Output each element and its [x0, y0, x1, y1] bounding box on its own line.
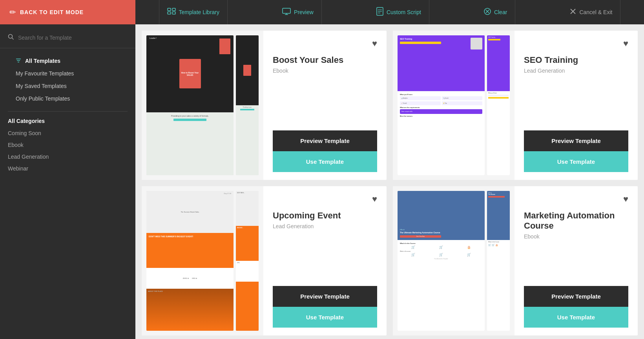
- search-icon: [8, 34, 14, 42]
- use-template-button-marketing[interactable]: Use Template: [524, 307, 628, 328]
- use-template-button-seo[interactable]: Use Template: [524, 151, 628, 172]
- card-preview-thumb-event: DON'T MISS... BIGGEST... ORG: [236, 191, 259, 331]
- sidebar: All Templates My Favourite Templates My …: [0, 24, 135, 339]
- use-template-button-boost[interactable]: Use Template: [273, 151, 377, 172]
- sidebar-all-categories[interactable]: All Categories: [0, 115, 135, 127]
- nav-items: Template Library Preview Cu: [135, 0, 644, 24]
- card-preview-main-marketing: EBook The Ultimate Marketing Automation …: [398, 191, 485, 331]
- card-actions-event: Preview Template Use Template: [273, 286, 377, 328]
- card-category-seo: Lead Generation: [524, 68, 628, 74]
- sidebar-divider: [8, 111, 128, 112]
- card-previews-seo: SEO Training What you'll learn 📊 Analyti…: [393, 31, 514, 180]
- my-favourites-label: My Favourite Templates: [16, 70, 74, 77]
- card-title-event: Upcoming Event: [273, 211, 377, 221]
- template-library-icon: [167, 8, 176, 17]
- sidebar-category-lead-generation[interactable]: Lead Generation: [0, 151, 135, 163]
- filter-icon: [16, 58, 21, 64]
- favorite-button-marketing[interactable]: ♥: [623, 194, 628, 204]
- search-input[interactable]: [18, 35, 128, 41]
- nav-item-cancel-exit[interactable]: Cancel & Exit: [562, 0, 620, 24]
- card-preview-thumb-seo: SEO Training What you'll learn: [487, 35, 510, 175]
- preview-template-button-event[interactable]: Preview Template: [273, 286, 377, 307]
- card-info-marketing: ♥ Marketing Automation Course Ebook Prev…: [514, 186, 638, 335]
- svg-rect-0: [168, 8, 171, 11]
- template-grid: How to Boost Your SALES Louder ! Providi…: [135, 24, 644, 339]
- favorite-button-seo[interactable]: ♥: [623, 38, 628, 49]
- card-actions-boost: Preview Template Use Template: [273, 130, 377, 172]
- card-info-event: ♥ Upcoming Event Lead Generation Preview…: [263, 186, 387, 335]
- sidebar-item-all-templates[interactable]: All Templates: [8, 55, 128, 67]
- nav-label-custom-script: Custom Script: [387, 9, 421, 15]
- nav-item-preview[interactable]: Preview: [274, 0, 322, 24]
- nav-label-cancel-exit: Cancel & Exit: [579, 9, 612, 15]
- main-layout: All Templates My Favourite Templates My …: [0, 24, 644, 339]
- card-title-marketing: Marketing Automation Course: [524, 211, 628, 231]
- custom-script-icon: [376, 7, 383, 18]
- card-preview-thumb-marketing: EBook The Ultimate What's In the Course …: [487, 191, 510, 331]
- sidebar-item-only-public[interactable]: Only Public Templates: [8, 92, 128, 105]
- card-title-boost: Boost Your Sales: [273, 55, 377, 65]
- preview-icon: [282, 8, 291, 17]
- sidebar-item-my-saved[interactable]: My Saved Templates: [8, 80, 128, 92]
- nav-item-template-library[interactable]: Template Library: [159, 0, 228, 24]
- sidebar-search-area: [0, 31, 135, 48]
- svg-rect-1: [168, 12, 171, 14]
- sidebar-category-webinar[interactable]: Webinar: [0, 163, 135, 174]
- card-category-event: Lead Generation: [273, 223, 377, 229]
- svg-rect-2: [172, 8, 175, 11]
- all-templates-label: All Templates: [25, 58, 60, 64]
- only-public-label: Only Public Templates: [16, 95, 70, 102]
- card-header-event: ♥: [273, 194, 377, 204]
- card-info-boost: ♥ Boost Your Sales Ebook Preview Templat…: [263, 31, 387, 180]
- sidebar-item-my-favourites[interactable]: My Favourite Templates: [8, 67, 128, 80]
- sidebar-filter-section: All Templates My Favourite Templates My …: [0, 48, 135, 108]
- back-label: BACK TO EDIT MODE: [20, 9, 84, 15]
- card-previews-boost: How to Boost Your SALES Louder ! Providi…: [142, 31, 263, 180]
- card-header-boost: ♥: [273, 38, 377, 49]
- svg-point-16: [9, 35, 13, 38]
- svg-rect-4: [283, 8, 290, 13]
- nav-item-clear[interactable]: Clear: [476, 0, 515, 24]
- card-category-boost: Ebook: [273, 68, 377, 74]
- card-preview-thumb-boost: Providing to your: [236, 35, 259, 175]
- card-preview-main-boost: How to Boost Your SALES Louder ! Providi…: [146, 35, 234, 175]
- favorite-button-event[interactable]: ♥: [372, 194, 377, 204]
- preview-template-button-marketing[interactable]: Preview Template: [524, 286, 628, 307]
- svg-line-17: [12, 38, 14, 40]
- cancel-exit-icon: [570, 8, 576, 16]
- card-previews-event: The Summer Beach Sales Day 17-18 DON'T M…: [142, 186, 263, 335]
- nav-label-clear: Clear: [494, 9, 507, 15]
- card-actions-seo: Preview Template Use Template: [524, 130, 628, 172]
- template-card-seo-training: SEO Training What you'll learn 📊 Analyti…: [393, 31, 638, 180]
- favorite-button-boost[interactable]: ♥: [372, 38, 377, 49]
- nav-label-template-library: Template Library: [179, 9, 220, 15]
- sidebar-category-coming-soon[interactable]: Coming Soon: [0, 127, 135, 139]
- card-preview-main-seo: SEO Training What you'll learn 📊 Analyti…: [398, 35, 485, 175]
- card-info-seo: ♥ SEO Training Lead Generation Preview T…: [514, 31, 638, 180]
- back-icon: ✏: [9, 7, 16, 17]
- my-saved-label: My Saved Templates: [16, 83, 67, 89]
- svg-rect-3: [172, 12, 175, 14]
- card-title-seo: SEO Training: [524, 55, 628, 65]
- preview-template-button-boost[interactable]: Preview Template: [273, 130, 377, 151]
- back-to-edit-button[interactable]: ✏ BACK TO EDIT MODE: [0, 0, 135, 24]
- use-template-button-event[interactable]: Use Template: [273, 307, 377, 328]
- sidebar-category-ebook[interactable]: Ebook: [0, 139, 135, 151]
- nav-label-preview: Preview: [294, 9, 314, 15]
- card-category-marketing: Ebook: [524, 233, 628, 240]
- card-actions-marketing: Preview Template Use Template: [524, 286, 628, 328]
- nav-item-custom-script[interactable]: Custom Script: [369, 0, 429, 24]
- card-header-marketing: ♥: [524, 194, 628, 204]
- template-card-marketing-automation: EBook The Ultimate Marketing Automation …: [393, 186, 638, 335]
- card-preview-main-event: The Summer Beach Sales Day 17-18 DON'T M…: [146, 191, 234, 331]
- template-card-boost-your-sales: How to Boost Your SALES Louder ! Providi…: [142, 31, 387, 180]
- card-header-seo: ♥: [524, 38, 628, 49]
- clear-icon: [484, 8, 491, 17]
- top-navigation: ✏ BACK TO EDIT MODE Template Library: [0, 0, 644, 24]
- template-card-upcoming-event: The Summer Beach Sales Day 17-18 DON'T M…: [142, 186, 387, 335]
- preview-template-button-seo[interactable]: Preview Template: [524, 130, 628, 151]
- card-previews-marketing: EBook The Ultimate Marketing Automation …: [393, 186, 514, 335]
